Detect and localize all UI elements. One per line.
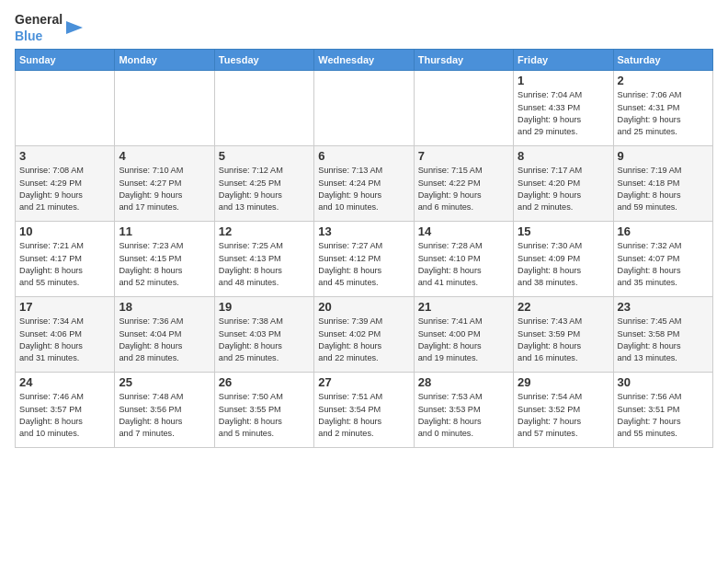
- day-number: 28: [418, 375, 509, 389]
- day-number: 4: [119, 149, 210, 163]
- day-info: Sunrise: 7:04 AMSunset: 4:33 PMDaylight:…: [518, 89, 609, 138]
- day-number: 11: [119, 224, 210, 238]
- weekday-header-sunday: Sunday: [16, 50, 115, 71]
- day-number: 1: [518, 74, 609, 87]
- day-info: Sunrise: 7:21 AMSunset: 4:17 PMDaylight:…: [19, 240, 110, 289]
- day-number: 17: [19, 300, 110, 314]
- day-number: 27: [318, 375, 409, 389]
- calendar-cell: [115, 71, 214, 146]
- day-info: Sunrise: 7:23 AMSunset: 4:15 PMDaylight:…: [119, 240, 210, 289]
- day-number: 3: [19, 149, 110, 163]
- calendar-cell: 5Sunrise: 7:12 AMSunset: 4:25 PMDaylight…: [214, 146, 313, 222]
- calendar-cell: 27Sunrise: 7:51 AMSunset: 3:54 PMDayligh…: [314, 373, 414, 448]
- calendar-cell: 13Sunrise: 7:27 AMSunset: 4:12 PMDayligh…: [314, 222, 414, 297]
- calendar-cell: 22Sunrise: 7:43 AMSunset: 3:59 PMDayligh…: [514, 297, 613, 373]
- day-info: Sunrise: 7:56 AMSunset: 3:51 PMDaylight:…: [618, 391, 709, 440]
- logo-arrow-icon: [66, 17, 83, 38]
- day-number: 5: [219, 149, 310, 163]
- weekday-header-tuesday: Tuesday: [214, 50, 313, 71]
- calendar-cell: 2Sunrise: 7:06 AMSunset: 4:31 PMDaylight…: [613, 71, 712, 146]
- day-info: Sunrise: 7:45 AMSunset: 3:58 PMDaylight:…: [618, 316, 709, 364]
- day-number: 16: [618, 224, 709, 238]
- calendar-cell: 1Sunrise: 7:04 AMSunset: 4:33 PMDaylight…: [514, 71, 613, 146]
- calendar-cell: 19Sunrise: 7:38 AMSunset: 4:03 PMDayligh…: [214, 297, 313, 373]
- day-info: Sunrise: 7:13 AMSunset: 4:24 PMDaylight:…: [318, 165, 409, 213]
- day-info: Sunrise: 7:08 AMSunset: 4:29 PMDaylight:…: [19, 165, 110, 213]
- calendar-header-row: SundayMondayTuesdayWednesdayThursdayFrid…: [16, 50, 713, 71]
- day-info: Sunrise: 7:41 AMSunset: 4:00 PMDaylight:…: [418, 316, 509, 364]
- weekday-header-saturday: Saturday: [613, 50, 712, 71]
- day-info: Sunrise: 7:46 AMSunset: 3:57 PMDaylight:…: [19, 391, 110, 440]
- day-info: Sunrise: 7:06 AMSunset: 4:31 PMDaylight:…: [618, 89, 709, 138]
- calendar-week-5: 24Sunrise: 7:46 AMSunset: 3:57 PMDayligh…: [16, 373, 713, 448]
- day-number: 20: [318, 300, 409, 314]
- calendar-cell: 17Sunrise: 7:34 AMSunset: 4:06 PMDayligh…: [16, 297, 115, 373]
- calendar-cell: 28Sunrise: 7:53 AMSunset: 3:53 PMDayligh…: [414, 373, 513, 448]
- day-info: Sunrise: 7:17 AMSunset: 4:20 PMDaylight:…: [518, 165, 609, 213]
- day-info: Sunrise: 7:53 AMSunset: 3:53 PMDaylight:…: [418, 391, 509, 440]
- calendar-cell: 18Sunrise: 7:36 AMSunset: 4:04 PMDayligh…: [115, 297, 214, 373]
- day-number: 7: [418, 149, 509, 163]
- calendar-week-2: 3Sunrise: 7:08 AMSunset: 4:29 PMDaylight…: [16, 146, 713, 222]
- weekday-header-monday: Monday: [115, 50, 214, 71]
- day-number: 18: [119, 300, 210, 314]
- calendar-cell: 24Sunrise: 7:46 AMSunset: 3:57 PMDayligh…: [16, 373, 115, 448]
- logo-text: General Blue: [15, 11, 63, 43]
- day-info: Sunrise: 7:10 AMSunset: 4:27 PMDaylight:…: [119, 165, 210, 213]
- calendar-cell: [214, 71, 313, 146]
- calendar-cell: 16Sunrise: 7:32 AMSunset: 4:07 PMDayligh…: [613, 222, 712, 297]
- day-info: Sunrise: 7:54 AMSunset: 3:52 PMDaylight:…: [518, 391, 609, 440]
- day-info: Sunrise: 7:12 AMSunset: 4:25 PMDaylight:…: [219, 165, 310, 213]
- header: General Blue: [15, 11, 713, 43]
- day-info: Sunrise: 7:51 AMSunset: 3:54 PMDaylight:…: [318, 391, 409, 440]
- day-number: 2: [618, 74, 709, 87]
- weekday-header-friday: Friday: [514, 50, 613, 71]
- day-number: 12: [219, 224, 310, 238]
- day-info: Sunrise: 7:38 AMSunset: 4:03 PMDaylight:…: [219, 316, 310, 364]
- day-number: 21: [418, 300, 509, 314]
- calendar-week-1: 1Sunrise: 7:04 AMSunset: 4:33 PMDaylight…: [16, 71, 713, 146]
- day-info: Sunrise: 7:28 AMSunset: 4:10 PMDaylight:…: [418, 240, 509, 289]
- calendar-cell: 9Sunrise: 7:19 AMSunset: 4:18 PMDaylight…: [613, 146, 712, 222]
- day-info: Sunrise: 7:27 AMSunset: 4:12 PMDaylight:…: [318, 240, 409, 289]
- day-info: Sunrise: 7:36 AMSunset: 4:04 PMDaylight:…: [119, 316, 210, 364]
- calendar-cell: 25Sunrise: 7:48 AMSunset: 3:56 PMDayligh…: [115, 373, 214, 448]
- day-info: Sunrise: 7:19 AMSunset: 4:18 PMDaylight:…: [618, 165, 709, 213]
- day-number: 6: [318, 149, 409, 163]
- weekday-header-wednesday: Wednesday: [314, 50, 414, 71]
- day-number: 13: [318, 224, 409, 238]
- day-number: 26: [219, 375, 310, 389]
- day-number: 14: [418, 224, 509, 238]
- day-number: 30: [618, 375, 709, 389]
- calendar-cell: [314, 71, 414, 146]
- day-number: 10: [19, 224, 110, 238]
- day-info: Sunrise: 7:25 AMSunset: 4:13 PMDaylight:…: [219, 240, 310, 289]
- day-info: Sunrise: 7:39 AMSunset: 4:02 PMDaylight:…: [318, 316, 409, 364]
- calendar-cell: 11Sunrise: 7:23 AMSunset: 4:15 PMDayligh…: [115, 222, 214, 297]
- calendar-cell: 8Sunrise: 7:17 AMSunset: 4:20 PMDaylight…: [514, 146, 613, 222]
- page-container: General Blue SundayMondayTuesdayWednesda…: [0, 0, 728, 455]
- day-info: Sunrise: 7:48 AMSunset: 3:56 PMDaylight:…: [119, 391, 210, 440]
- logo: General Blue: [15, 11, 83, 43]
- calendar-cell: 29Sunrise: 7:54 AMSunset: 3:52 PMDayligh…: [514, 373, 613, 448]
- day-number: 25: [119, 375, 210, 389]
- calendar-cell: 3Sunrise: 7:08 AMSunset: 4:29 PMDaylight…: [16, 146, 115, 222]
- calendar-cell: 30Sunrise: 7:56 AMSunset: 3:51 PMDayligh…: [613, 373, 712, 448]
- day-info: Sunrise: 7:50 AMSunset: 3:55 PMDaylight:…: [219, 391, 310, 440]
- calendar-table: SundayMondayTuesdayWednesdayThursdayFrid…: [15, 49, 713, 448]
- svg-marker-0: [66, 21, 83, 34]
- calendar-cell: 26Sunrise: 7:50 AMSunset: 3:55 PMDayligh…: [214, 373, 313, 448]
- day-info: Sunrise: 7:34 AMSunset: 4:06 PMDaylight:…: [19, 316, 110, 364]
- day-number: 29: [518, 375, 609, 389]
- calendar-cell: 15Sunrise: 7:30 AMSunset: 4:09 PMDayligh…: [514, 222, 613, 297]
- calendar-cell: 7Sunrise: 7:15 AMSunset: 4:22 PMDaylight…: [414, 146, 513, 222]
- calendar-week-4: 17Sunrise: 7:34 AMSunset: 4:06 PMDayligh…: [16, 297, 713, 373]
- weekday-header-thursday: Thursday: [414, 50, 513, 71]
- calendar-cell: [16, 71, 115, 146]
- logo-blue: Blue: [15, 29, 42, 43]
- calendar-cell: 10Sunrise: 7:21 AMSunset: 4:17 PMDayligh…: [16, 222, 115, 297]
- logo-general: General: [15, 12, 63, 27]
- calendar-cell: 21Sunrise: 7:41 AMSunset: 4:00 PMDayligh…: [414, 297, 513, 373]
- calendar-cell: 23Sunrise: 7:45 AMSunset: 3:58 PMDayligh…: [613, 297, 712, 373]
- day-number: 23: [618, 300, 709, 314]
